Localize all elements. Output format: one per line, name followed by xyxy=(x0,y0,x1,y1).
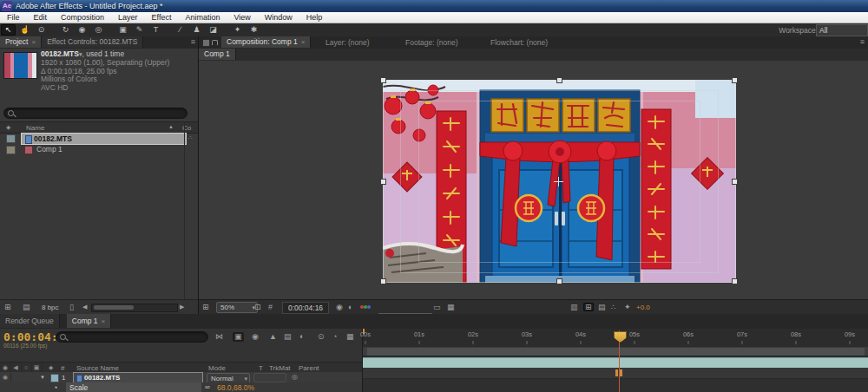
h-scrollbar-track[interactable] xyxy=(91,304,178,312)
new-folder-icon[interactable]: ▤ xyxy=(23,304,30,311)
panel-menu-icon[interactable]: ≡ xyxy=(191,38,195,46)
graph-editor-icon[interactable]: ▦ xyxy=(346,333,354,341)
channel-blue-icon[interactable] xyxy=(367,305,371,309)
timeline-tracks[interactable]: 00s 01s 02s 03s 04s 05s 06s 07s 08s 09s xyxy=(362,329,868,392)
tab-effect-controls[interactable]: Effect Controls: 00182.MTS xyxy=(42,36,143,48)
sort-asc-icon[interactable]: ▲ xyxy=(168,124,174,129)
tab-footage[interactable]: Footage: (none) xyxy=(405,38,457,47)
rotation-tool-icon[interactable]: ↻ xyxy=(58,24,73,36)
always-preview-icon[interactable]: ⊞ xyxy=(202,303,209,311)
layer-expand-icon[interactable]: ▼ xyxy=(40,375,45,380)
transparency-grid-icon[interactable]: ▦ xyxy=(447,303,455,311)
property-name[interactable]: Scale xyxy=(69,383,88,392)
project-item-label[interactable]: Comp 1 xyxy=(36,145,62,154)
layer-label-swatch[interactable] xyxy=(50,374,59,382)
pen-tool-icon[interactable]: ✎ xyxy=(132,24,147,36)
clone-stamp-tool-icon[interactable]: ♟ xyxy=(189,24,204,36)
property-row-scale[interactable]: ◔ Scale ∞ 68.0,68.0% xyxy=(0,382,362,392)
project-row-comp[interactable]: Comp 1 xyxy=(0,144,198,154)
roto-brush-tool-icon[interactable]: ✦ xyxy=(230,24,245,36)
source-name-column-header[interactable]: Source Name xyxy=(76,364,119,372)
stopwatch-icon[interactable]: ◔ xyxy=(53,384,57,392)
frame-blend-icon[interactable]: ▤ xyxy=(284,333,292,341)
resize-handle-e[interactable] xyxy=(732,179,738,185)
project-row-footage[interactable]: 00182.MTS ∴ xyxy=(0,133,198,143)
menu-effect[interactable]: Effect xyxy=(145,12,179,23)
constrain-link-icon[interactable]: ∞ xyxy=(205,383,210,391)
name-column-header[interactable]: Name xyxy=(26,124,44,132)
menu-file[interactable]: File xyxy=(0,12,27,23)
menu-edit[interactable]: Edit xyxy=(27,12,55,23)
keyframe-marker[interactable] xyxy=(620,369,622,376)
show-snapshot-icon[interactable]: ◐ xyxy=(348,303,352,311)
h-scrollbar-thumb[interactable] xyxy=(94,305,134,310)
menu-window[interactable]: Window xyxy=(258,12,299,23)
selection-tool-icon[interactable]: ↖ xyxy=(1,24,16,36)
column-divider[interactable] xyxy=(184,121,185,299)
motion-blur-icon[interactable]: ◖ xyxy=(299,333,303,341)
comp-viewer[interactable] xyxy=(199,61,868,299)
scroll-right-icon[interactable]: ▶ xyxy=(180,304,184,310)
resize-handle-sw[interactable] xyxy=(380,278,386,284)
brainstorm-icon[interactable]: ⊙ xyxy=(318,333,325,341)
trkmat-dropdown[interactable] xyxy=(253,373,286,382)
label-color-swatch[interactable] xyxy=(6,134,16,143)
lock-icon[interactable] xyxy=(212,40,218,45)
safe-zones-icon[interactable]: ⊡ xyxy=(254,303,261,311)
workspace-dropdown[interactable]: All xyxy=(816,24,868,36)
label-color-swatch[interactable] xyxy=(6,146,16,154)
resize-handle-s[interactable] xyxy=(556,278,562,284)
bit-depth-button[interactable]: 8 bpc xyxy=(42,304,59,311)
comp-viewer-tab[interactable]: Comp 1 xyxy=(199,49,236,60)
resize-handle-w[interactable] xyxy=(380,179,386,185)
lock-column-icon[interactable]: ▣ xyxy=(31,363,43,372)
live-update-icon[interactable]: ▣ xyxy=(233,332,244,342)
menu-layer[interactable]: Layer xyxy=(111,12,145,23)
grid-icon[interactable]: # xyxy=(268,303,273,311)
index-column-header[interactable]: # xyxy=(61,364,64,372)
resize-handle-nw[interactable] xyxy=(380,77,386,83)
property-track-scale[interactable] xyxy=(363,368,868,379)
flowchart-button-icon[interactable]: ∴ xyxy=(611,303,616,311)
snapshot-icon[interactable]: ◉ xyxy=(336,303,343,311)
work-area-end-handle[interactable] xyxy=(865,348,868,356)
camera-tool-icon[interactable]: ◉ xyxy=(75,24,89,36)
fast-preview-icon[interactable]: ⊞ xyxy=(583,303,594,311)
parent-column-header[interactable]: Parent xyxy=(299,364,319,372)
draft3d-icon[interactable]: ◉ xyxy=(252,333,259,341)
tab-project[interactable]: Project xyxy=(0,36,42,48)
pan-behind-tool-icon[interactable]: ◎ xyxy=(91,24,106,36)
hand-tool-icon[interactable]: ☝ xyxy=(17,24,32,36)
timeline-button-icon[interactable]: ▤ xyxy=(598,303,606,311)
brush-tool-icon[interactable]: ∕ xyxy=(173,24,187,36)
menu-composition[interactable]: Composition xyxy=(54,12,111,23)
exposure-value[interactable]: +0.0 xyxy=(636,304,650,311)
tab-composition[interactable]: Composition: Comp 1 xyxy=(221,36,311,48)
project-item-label[interactable]: 00182.MTS xyxy=(34,134,72,143)
footage-thumbnail[interactable] xyxy=(3,52,37,79)
panel-menu-icon[interactable]: ≡ xyxy=(860,38,865,46)
resize-handle-ne[interactable] xyxy=(732,77,738,83)
layer-source-name[interactable]: 00182.MTS xyxy=(84,374,120,382)
label-column-tag-icon[interactable]: ◈ xyxy=(6,124,10,130)
scroll-left-icon[interactable]: ◀ xyxy=(82,304,87,310)
resize-handle-se[interactable] xyxy=(732,278,738,284)
puppet-pin-tool-icon[interactable]: ✱ xyxy=(247,24,261,36)
label-column-icon[interactable]: ◈ xyxy=(49,364,53,370)
tab-render-queue[interactable]: Render Queue xyxy=(0,314,60,328)
pixel-aspect-icon[interactable]: ▥ xyxy=(570,303,578,311)
project-search-input[interactable] xyxy=(3,108,187,119)
menu-animation[interactable]: Animation xyxy=(178,12,227,23)
resize-handle-n[interactable] xyxy=(556,77,562,83)
mini-flowchart-icon[interactable]: ⋈ xyxy=(215,333,223,341)
hide-shy-icon[interactable]: ▲ xyxy=(269,333,277,341)
work-area-start-handle[interactable] xyxy=(363,348,367,356)
scale-value[interactable]: 68.0,68.0% xyxy=(217,383,254,392)
magnification-dropdown[interactable]: 50% xyxy=(216,302,258,313)
layer-visibility-eye-icon[interactable]: ◉ xyxy=(0,373,11,382)
viewer-timecode[interactable]: 0:00:04:16 xyxy=(282,302,329,314)
keyframe-marker[interactable] xyxy=(615,369,618,376)
work-area-bar[interactable] xyxy=(363,347,868,356)
menu-view[interactable]: View xyxy=(227,12,257,23)
tab-flowchart[interactable]: Flowchart: (none) xyxy=(490,38,548,47)
